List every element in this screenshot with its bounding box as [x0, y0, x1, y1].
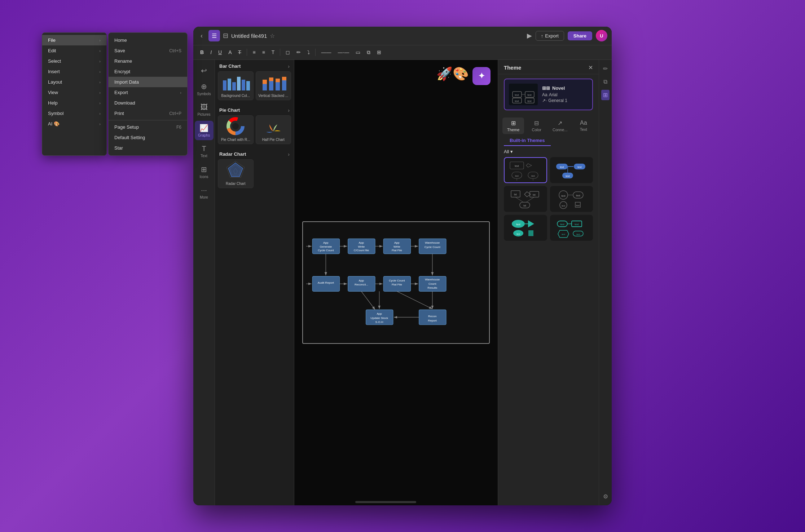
icons-icon: ⊞ [201, 165, 207, 174]
far-right-edit-button[interactable]: ✏ [601, 63, 610, 74]
export-button[interactable]: ↑ Export [536, 31, 564, 41]
sidebar-label-graphs: Graphs [198, 133, 210, 137]
tab-text[interactable]: Aa Text [573, 118, 594, 134]
tab-text-icon: Aa [580, 120, 587, 126]
far-right-settings-button[interactable]: ⚙ [601, 491, 610, 502]
svg-line-107 [515, 197, 523, 202]
theme-thumb-5[interactable]: text text [504, 215, 547, 241]
diagram-container: App Generate Cycle Count App Write C/Cou… [302, 221, 490, 344]
theme-thumb-6[interactable]: text text text text [550, 215, 593, 241]
top-bar-left: ‹ ☰ ⊟ Untitled file491 ☆ [198, 30, 524, 41]
svg-text:Cycle Count: Cycle Count [318, 249, 334, 252]
formatting-toolbar: B I U A T̶ ≡ ≡ T ◻ ✏ ⤵ —— —·— ▭ ⧉ ⊞ [193, 45, 612, 60]
bold-button[interactable]: B [198, 48, 206, 57]
sidebar-label-symbols: Symbols [197, 92, 211, 96]
bar-chart-title: Bar Chart [219, 63, 241, 69]
menu-button[interactable]: ☰ [208, 30, 220, 41]
svg-marker-120 [528, 220, 534, 227]
theme-thumb-3[interactable]: txt txt txt [504, 186, 547, 212]
canvas-area[interactable]: ✦ 🚀🎨 App Generate [294, 60, 498, 505]
underline-button[interactable]: U [216, 48, 224, 57]
all-filter[interactable]: All ▾ [498, 146, 599, 157]
export-icon: ↑ [541, 33, 544, 39]
sidebar-item-pictures[interactable]: 🖼 Pictures [195, 100, 214, 119]
undo-icon: ↩ [201, 66, 207, 75]
chart-vertical-stacked[interactable]: Vertical Stacked ... [256, 71, 291, 100]
tab-theme[interactable]: ⊞ Theme [502, 118, 524, 134]
toolbar-separator-3 [315, 49, 316, 56]
radar-chart-arrow[interactable]: › [288, 151, 290, 157]
share-button[interactable]: Share [568, 31, 592, 40]
sidebar-item-icons[interactable]: ⊞ Icons [195, 162, 214, 182]
theme-thumb-1[interactable]: text text text [504, 157, 547, 183]
font-size-button[interactable]: A [226, 48, 234, 57]
radar-chart-section-header: Radar Chart › [215, 148, 294, 159]
strikethrough-button[interactable]: T̶ [236, 48, 244, 57]
app-window: ‹ ☰ ⊟ Untitled file491 ☆ ▶ ↑ Export Shar… [193, 27, 612, 505]
svg-text:App: App [359, 241, 364, 244]
align-button[interactable]: ≡ [250, 48, 258, 57]
close-theme-panel-button[interactable]: ✕ [588, 64, 593, 71]
svg-text:Count: Count [428, 282, 436, 285]
svg-rect-4 [242, 80, 245, 90]
italic-button[interactable]: I [208, 48, 214, 57]
svg-text:text: text [516, 223, 520, 226]
bar-chart-label-1: Background Col... [220, 92, 252, 99]
save-icon-button[interactable]: ⊟ [223, 32, 228, 40]
sidebar-item-undo[interactable]: ↩ [195, 63, 214, 78]
svg-text:Cycle Count: Cycle Count [425, 245, 441, 249]
export-label: Export [545, 33, 559, 39]
chart-radar[interactable]: Radar Chart [218, 159, 254, 188]
chart-background-col[interactable]: Background Col... [218, 71, 254, 100]
sidebar-item-more[interactable]: ··· More [195, 183, 214, 202]
radar-chart-preview [218, 160, 253, 180]
svg-text:Warehouse: Warehouse [425, 241, 440, 244]
theme-name: ⊞⊞ Novel [542, 85, 588, 91]
distribute-button[interactable]: ⊞ [374, 48, 384, 57]
svg-rect-10 [276, 82, 280, 90]
pen-button[interactable]: ✏ [294, 48, 303, 57]
pie-chart-arrow[interactable]: › [288, 107, 290, 113]
far-right-theme-button[interactable]: ⊞ [601, 90, 610, 100]
pie-chart-label-1: Pie Chart with R... [220, 136, 252, 143]
text-style-button[interactable]: T [269, 48, 277, 57]
play-button[interactable]: ▶ [527, 32, 532, 40]
connector-style-button[interactable]: ⤵ [305, 48, 312, 57]
theme-thumb-2[interactable]: text text text [550, 157, 593, 183]
pictures-icon: 🖼 [201, 103, 208, 111]
chart-half-pie[interactable]: Half Pie Chart [256, 115, 291, 144]
sidebar-item-symbols[interactable]: ⊕ Symbols [195, 79, 214, 99]
tab-color[interactable]: ⊟ Color [525, 118, 547, 134]
back-button[interactable]: ‹ [198, 31, 206, 41]
star-button[interactable]: ☆ [270, 32, 275, 39]
align2-button[interactable]: ≡ [260, 48, 268, 57]
horizontal-scrollbar[interactable] [355, 501, 416, 503]
theme-panel-title: Theme [504, 65, 521, 71]
theme-thumb-4[interactable]: text text text text [550, 186, 593, 212]
svg-text:text: text [527, 94, 531, 96]
far-right-layers-button[interactable]: ⧉ [602, 77, 609, 87]
far-right-panel: ✏ ⧉ ⊞ ⚙ [599, 60, 612, 505]
sidebar-item-graphs[interactable]: 📈 Graphs [195, 121, 214, 140]
pie-chart-preview-1 [218, 116, 253, 136]
svg-rect-13 [282, 77, 286, 80]
sidebar-item-text[interactable]: T Text [195, 142, 214, 161]
pie-chart-grid: Pie Chart with R... Half Pie Chart [215, 115, 294, 148]
theme-preview-card: text text text text ⊞⊞ Novel [504, 79, 593, 110]
svg-text:text: text [576, 194, 580, 197]
box-button[interactable]: ▭ [353, 48, 363, 57]
bar-chart-arrow[interactable]: › [288, 63, 290, 69]
svg-rect-0 [223, 80, 226, 90]
svg-text:Recon: Recon [428, 315, 436, 318]
svg-text:text: text [566, 175, 569, 177]
line-style-button[interactable]: —— [318, 48, 334, 57]
theme-panel-tabs: ⊞ Theme ⊟ Color ↗ Conne... Aa Text [498, 115, 599, 134]
svg-text:text: text [576, 204, 580, 207]
dash-style-button[interactable]: —·— [335, 48, 352, 57]
svg-text:Warehouse: Warehouse [425, 278, 440, 281]
svg-text:text: text [560, 166, 564, 168]
chart-pie-with-ring[interactable]: Pie Chart with R... [218, 115, 254, 144]
layers-button[interactable]: ⧉ [364, 48, 373, 57]
fill-button[interactable]: ◻ [283, 48, 292, 57]
tab-connector[interactable]: ↗ Conne... [549, 118, 571, 134]
